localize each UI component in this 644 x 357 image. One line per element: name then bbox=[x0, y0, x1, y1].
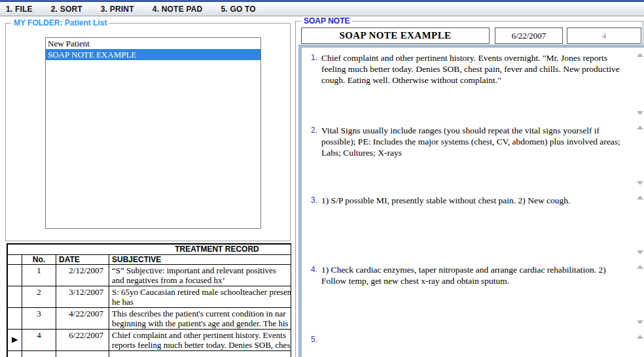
row-no: 1 bbox=[22, 265, 56, 286]
section-number: 3. bbox=[307, 195, 317, 205]
objective-section: 2. Vital Signs usually include ranges (y… bbox=[302, 120, 644, 190]
table-row[interactable]: 3 4/22/2007 This describes the patient's… bbox=[8, 308, 292, 330]
assessment-textarea[interactable]: 1) S/P possible MI, presently stable wit… bbox=[321, 195, 625, 206]
column-date-header: DATE bbox=[56, 255, 109, 265]
row-no bbox=[22, 351, 56, 357]
subjective-scrollbar[interactable] bbox=[635, 51, 644, 117]
scroll-up-icon[interactable] bbox=[637, 335, 643, 339]
subjective-line: reports feeling much better today. Denie… bbox=[112, 340, 291, 350]
section-number: 4. bbox=[307, 264, 317, 274]
table-row[interactable]: 2 3/12/2007 S: 65yo Caucasian retired ma… bbox=[8, 286, 292, 308]
scroll-down-icon[interactable] bbox=[637, 111, 643, 115]
current-row-arrow-icon: ▶ bbox=[12, 335, 18, 344]
patient-listbox[interactable]: New Patient SOAP NOTE EXAMPLE bbox=[45, 37, 261, 229]
treatment-record-title: TREATMENT RECORD bbox=[8, 245, 292, 255]
patient-folder-legend: MY FOLDER: Patient List bbox=[11, 18, 109, 27]
subjective-section: 1. Chief complaint and other pertinent h… bbox=[302, 48, 644, 120]
section-number: 5. bbox=[307, 334, 317, 344]
menu-item-print[interactable]: 3. PRINT bbox=[101, 3, 138, 15]
table-row-empty bbox=[8, 351, 292, 357]
row-selector[interactable] bbox=[8, 308, 22, 330]
row-no: 3 bbox=[22, 308, 56, 330]
extra-section: 5. bbox=[302, 330, 644, 357]
row-no: 4 bbox=[22, 330, 56, 351]
objective-scrollbar[interactable] bbox=[635, 124, 644, 187]
soap-note-record-number-field[interactable]: 4 bbox=[567, 27, 641, 44]
plan-textarea[interactable]: 1) Check cardiac enzymes, taper nitropas… bbox=[321, 264, 625, 286]
menu-bar: 1. FILE 2. SORT 3. PRINT 4. NOTE PAD 5. … bbox=[0, 2, 644, 16]
subjective-line: S: 65yo Caucasian retired male schooltea… bbox=[112, 287, 291, 297]
menu-item-file[interactable]: 1. FILE bbox=[6, 3, 37, 15]
soap-note-body: 1. Chief complaint and other pertinent h… bbox=[298, 44, 644, 357]
plan-scrollbar[interactable] bbox=[635, 263, 644, 326]
menu-item-sort[interactable]: 2. SORT bbox=[51, 3, 86, 15]
row-subjective: S: 65yo Caucasian retired male schooltea… bbox=[109, 286, 292, 308]
extra-scrollbar[interactable] bbox=[635, 333, 644, 357]
column-selector-header bbox=[8, 255, 22, 265]
soap-note-title-field[interactable]: SOAP NOTE EXAMPLE bbox=[301, 27, 490, 44]
scroll-down-icon[interactable] bbox=[637, 250, 643, 254]
column-no-header: No. bbox=[22, 255, 56, 265]
scroll-down-icon[interactable] bbox=[637, 320, 643, 324]
row-subjective bbox=[109, 351, 292, 357]
row-selector bbox=[8, 351, 22, 357]
objective-textarea[interactable]: Vital Signs usually include ranges (you … bbox=[321, 125, 625, 158]
scroll-down-icon[interactable] bbox=[637, 181, 643, 185]
list-item-soap-note-example[interactable]: SOAP NOTE EXAMPLE bbox=[46, 49, 260, 60]
row-date: 3/12/2007 bbox=[56, 286, 109, 308]
scroll-up-icon[interactable] bbox=[637, 196, 643, 199]
list-item-new-patient[interactable]: New Patient bbox=[46, 38, 260, 49]
section-number: 2. bbox=[307, 125, 317, 135]
row-date: 6/22/2007 bbox=[56, 330, 109, 351]
section-number: 1. bbox=[307, 52, 317, 62]
assessment-scrollbar[interactable] bbox=[635, 194, 644, 256]
row-no: 2 bbox=[22, 286, 56, 308]
soap-note-legend: SOAP NOTE bbox=[301, 16, 352, 26]
row-selector[interactable] bbox=[8, 265, 22, 286]
plan-section: 4. 1) Check cardiac enzymes, taper nitro… bbox=[302, 260, 644, 330]
menu-item-goto[interactable]: 5. GO TO bbox=[221, 3, 259, 15]
treatment-record-table[interactable]: TREATMENT RECORD No. DATE SUBJECTIVE 1 2… bbox=[7, 243, 291, 357]
menu-item-notepad[interactable]: 4. NOTE PAD bbox=[152, 3, 207, 15]
soap-note-date-field[interactable]: 6/22/2007 bbox=[495, 27, 563, 44]
column-subjective-header: SUBJECTIVE bbox=[109, 255, 292, 265]
row-subjective: This describes the patient's current con… bbox=[109, 308, 292, 330]
row-subjective: Chief complaint and other pertinent hist… bbox=[109, 330, 292, 351]
row-selector-current[interactable]: ▶ bbox=[8, 330, 22, 351]
scroll-up-icon[interactable] bbox=[637, 265, 643, 269]
scroll-up-icon[interactable] bbox=[637, 53, 643, 57]
subjective-line: beginning with the patient's age and gen… bbox=[112, 318, 291, 328]
subjective-line: This describes the patient's current con… bbox=[112, 309, 291, 318]
row-subjective: “S” Subjective: important and relevant p… bbox=[109, 265, 292, 286]
table-row[interactable]: 1 2/12/2007 “S” Subjective: important an… bbox=[8, 265, 292, 286]
row-date bbox=[56, 351, 109, 357]
subjective-line: and negatives from a focused hx’ bbox=[112, 275, 291, 285]
row-date: 4/22/2007 bbox=[56, 308, 109, 330]
subjective-line: “S” Subjective: important and relevant p… bbox=[112, 265, 291, 275]
assessment-section: 3. 1) S/P possible MI, presently stable … bbox=[302, 190, 644, 260]
row-selector[interactable] bbox=[8, 286, 22, 308]
scroll-up-icon[interactable] bbox=[637, 126, 643, 129]
subjective-line: Chief complaint and other pertinent hist… bbox=[112, 330, 291, 340]
subjective-line: he has bbox=[112, 297, 291, 307]
table-row-selected[interactable]: ▶ 4 6/22/2007 Chief complaint and other … bbox=[8, 330, 292, 351]
subjective-textarea[interactable]: Chief complaint and other pertinent hist… bbox=[321, 52, 625, 86]
row-date: 2/12/2007 bbox=[56, 265, 109, 286]
